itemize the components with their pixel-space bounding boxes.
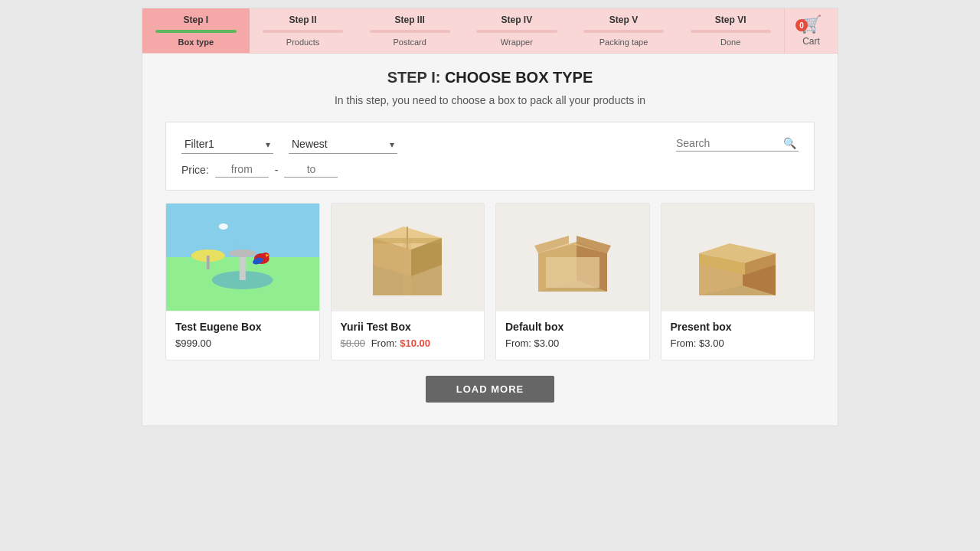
filter1-wrapper: Filter1 Filter2 Filter3: [181, 135, 273, 154]
step-4-bar: [476, 30, 557, 33]
modal: × Step I Box type Step II Products Step …: [142, 8, 838, 426]
step-5[interactable]: Step V Packing tape: [570, 8, 678, 53]
load-more-button[interactable]: LOAD MORE: [426, 376, 554, 403]
product-info-1: Test Eugene Box $999.00: [166, 311, 319, 360]
svg-point-11: [219, 223, 228, 230]
product-name-4: Present box: [671, 321, 805, 333]
price-value-4: $3.00: [699, 337, 724, 349]
price-from-input[interactable]: [215, 161, 269, 178]
step-5-label: Step V: [609, 15, 638, 25]
steps-header: Step I Box type Step II Products Step II…: [142, 8, 838, 54]
svg-rect-18: [403, 238, 411, 295]
product-image-3: [496, 204, 649, 311]
product-image-2: [332, 204, 485, 311]
filter-row: Filter1 Filter2 Filter3 Newest Oldest Pr…: [181, 135, 799, 154]
step-6-name: Done: [720, 37, 740, 47]
page-title: STEP I: CHOOSE BOX TYPE: [165, 69, 815, 86]
product-card-4[interactable]: Present box From: $3.00: [661, 203, 815, 360]
step-3[interactable]: Step III Postcard: [356, 8, 463, 53]
product-card-3[interactable]: Default box From: $3.00: [495, 203, 650, 360]
product-image-4: [662, 204, 815, 311]
product-price-2: $8.00 From: $10.00: [341, 337, 475, 349]
svg-marker-23: [546, 257, 599, 288]
step-6-bar: [691, 30, 771, 33]
svg-rect-0: [181, 204, 304, 257]
step-1-bar: [155, 30, 236, 33]
cart-badge: 0: [795, 19, 808, 31]
step-2-bar: [263, 30, 343, 33]
cart-button[interactable]: 🛒 0 Cart: [784, 8, 838, 53]
step-3-bar: [370, 30, 450, 33]
price-value-3: $3.00: [534, 337, 560, 349]
product-info-2: Yurii Test Box $8.00 From: $10.00: [332, 311, 485, 360]
step-1-name: Box type: [178, 37, 214, 47]
step-4-name: Wrapper: [501, 37, 533, 47]
price-sale-2: $10.00: [400, 337, 430, 349]
step-1[interactable]: Step I Box type: [142, 8, 250, 53]
step-2[interactable]: Step II Products: [250, 8, 357, 53]
price-from-label-4: From:: [671, 337, 697, 349]
step-3-label: Step III: [395, 15, 425, 25]
main-content: STEP I: CHOOSE BOX TYPE In this step, yo…: [142, 54, 838, 425]
product-card-1[interactable]: Test Eugene Box $999.00: [165, 203, 320, 360]
product-price-4: From: $3.00: [671, 337, 805, 349]
product-price-3: From: $3.00: [505, 337, 640, 349]
step-2-name: Products: [286, 37, 319, 47]
product-image-1: [166, 204, 319, 311]
step-3-name: Postcard: [393, 37, 426, 47]
step-num: STEP I:: [387, 69, 441, 86]
price-from-label-3: From:: [505, 337, 531, 349]
title-text: CHOOSE BOX TYPE: [445, 69, 593, 86]
step-6[interactable]: Step VI Done: [677, 8, 784, 53]
step-2-label: Step II: [289, 15, 317, 25]
price-row: Price: -: [181, 161, 799, 178]
product-price-1: $999.00: [175, 337, 310, 349]
price-original-2: $8.00: [341, 337, 366, 349]
search-icon[interactable]: 🔍: [783, 137, 796, 149]
price-to-input[interactable]: [284, 161, 338, 178]
step-5-name: Packing tape: [599, 37, 648, 47]
product-name-2: Yurii Test Box: [341, 321, 475, 333]
modal-overlay: × Step I Box type Step II Products Step …: [0, 0, 980, 551]
svg-point-4: [229, 249, 256, 257]
load-more-container: LOAD MORE: [165, 376, 815, 410]
product-name-3: Default box: [505, 321, 640, 333]
step-6-label: Step VI: [715, 15, 746, 25]
step-4[interactable]: Step IV Wrapper: [463, 8, 570, 53]
step-1-label: Step I: [184, 15, 209, 25]
step-4-label: Step IV: [501, 15, 533, 25]
product-name-1: Test Eugene Box: [175, 321, 310, 333]
sort-select[interactable]: Newest Oldest Price: Low to High Price: …: [289, 135, 397, 154]
step-subtitle: In this step, you need to choose a box t…: [165, 94, 815, 106]
step-5-bar: [583, 30, 664, 33]
search-wrapper: 🔍: [676, 137, 799, 152]
scene-card1: [166, 204, 319, 311]
product-info-3: Default box From: $3.00: [496, 311, 649, 360]
price-label: Price:: [181, 164, 209, 176]
svg-rect-3: [240, 253, 246, 280]
product-info-4: Present box From: $3.00: [662, 311, 815, 360]
filter-area: Filter1 Filter2 Filter3 Newest Oldest Pr…: [165, 122, 815, 191]
product-card-2[interactable]: Yurii Test Box $8.00 From: $10.00: [331, 203, 485, 360]
price-separator: -: [275, 164, 279, 176]
price-value-1: $999.00: [175, 337, 211, 349]
price-from-label-2: From:: [371, 337, 397, 349]
svg-rect-6: [207, 256, 210, 269]
cart-label: Cart: [801, 36, 822, 47]
sort-wrapper: Newest Oldest Price: Low to High Price: …: [289, 135, 397, 154]
search-input[interactable]: [676, 137, 783, 149]
filter1-select[interactable]: Filter1 Filter2 Filter3: [181, 135, 273, 154]
products-grid: Test Eugene Box $999.00: [165, 203, 815, 360]
